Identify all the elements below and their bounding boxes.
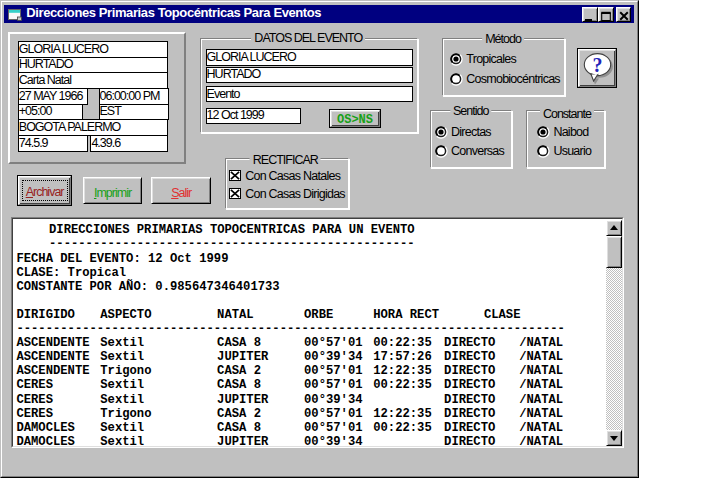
svg-text:?: ? <box>593 54 603 76</box>
